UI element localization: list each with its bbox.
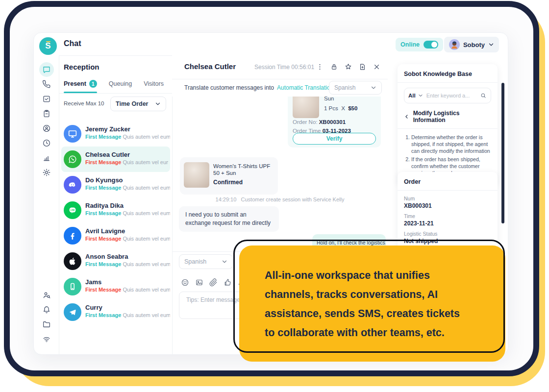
sobot-logo: S xyxy=(39,37,57,55)
chat-icon[interactable] xyxy=(39,62,54,77)
agent-icon[interactable] xyxy=(39,121,54,136)
app-header: S Chat Online Soboty xyxy=(34,33,508,55)
receive-max-label: Receive Max 10 xyxy=(64,100,104,106)
contact-preview: Quis autem vel eum iu... xyxy=(123,134,170,140)
facebook-icon xyxy=(64,227,81,245)
composer-language-select[interactable]: Spanish xyxy=(179,254,233,269)
article-step: Determine whether the order is shipped, … xyxy=(411,134,491,154)
first-message-tag: First Message xyxy=(85,159,121,165)
contact-row[interactable]: Avril Lavigne First Message Quis autem v… xyxy=(59,223,172,248)
chat-contact-name: Chelsea Cutler xyxy=(184,62,236,71)
system-time: 14:29:10 xyxy=(216,196,237,202)
article-steps: Determine whether the order is shipped, … xyxy=(404,134,491,176)
article-header[interactable]: Modify Logistics Information xyxy=(404,110,491,123)
product-thumbnail xyxy=(184,162,209,188)
panel-scrollbar[interactable] xyxy=(501,83,504,223)
tasks-icon[interactable] xyxy=(39,92,54,106)
contact-text: Jams First Message Quis autem vel eum iu… xyxy=(85,278,170,294)
rail-top-group xyxy=(39,62,54,180)
thumbs-up-icon[interactable] xyxy=(224,278,232,287)
attachment-icon[interactable] xyxy=(209,278,218,287)
web-channel-icon xyxy=(64,125,81,143)
chevron-left-icon[interactable] xyxy=(404,114,410,120)
online-toggle[interactable] xyxy=(424,41,438,49)
contact-preview: Quis autem vel eum iu... xyxy=(123,236,170,242)
order-field-label: Time xyxy=(404,213,491,219)
clipboard-icon[interactable] xyxy=(39,106,54,121)
divider xyxy=(398,190,498,191)
order-message-card: Sun 1 Pcs X $50 Order No: XB000301 Order… xyxy=(288,90,381,147)
verify-button[interactable]: Verify xyxy=(293,133,376,145)
translate-language-select[interactable]: Spanish xyxy=(329,81,382,95)
image-icon[interactable] xyxy=(195,278,203,287)
chat-header-actions xyxy=(316,63,381,71)
more-options-icon[interactable] xyxy=(316,63,324,71)
contact-list: Jeremy Zucker First Message Quis autem v… xyxy=(59,121,172,325)
sort-order-select[interactable]: Time Order xyxy=(110,97,166,111)
avatar-person-icon xyxy=(449,39,460,50)
tab-present[interactable]: Present 1 xyxy=(64,80,97,88)
tab-queuing[interactable]: Queuing xyxy=(109,80,132,87)
tab-present-label: Present xyxy=(64,80,86,87)
article-title: Modify Logistics Information xyxy=(413,110,491,123)
contact-row[interactable]: LINE Raditya Dika First Message Quis aut… xyxy=(59,197,172,223)
product-price: $50 xyxy=(348,105,357,111)
search-icon[interactable] xyxy=(480,92,487,99)
knowledge-base-title: Sobot Knowledge Base xyxy=(404,71,491,77)
contact-row[interactable]: Jams First Message Quis autem vel eum iu… xyxy=(59,274,172,299)
network-icon[interactable] xyxy=(39,332,54,346)
system-text: Customer create session with Service Kel… xyxy=(241,196,345,202)
contact-row[interactable]: Curry First Message Quis autem vel eum i… xyxy=(59,299,172,325)
tab-visitors[interactable]: Visitors xyxy=(144,80,164,87)
translate-bar: Translate customer messages into Automat… xyxy=(172,79,388,97)
callout-text-line: to collaborate with other teams, etc. xyxy=(265,323,492,343)
chevron-down-icon xyxy=(418,93,423,98)
file-plus-icon[interactable] xyxy=(358,63,367,71)
svg-text:LINE: LINE xyxy=(71,209,75,211)
notifications-icon[interactable] xyxy=(39,302,54,317)
contact-name: Do Kyungso xyxy=(85,176,170,184)
star-icon[interactable] xyxy=(344,63,352,71)
online-label: Online xyxy=(400,41,420,48)
history-icon[interactable] xyxy=(39,136,54,150)
contact-row[interactable]: Do Kyungso First Message Quis autem vel … xyxy=(59,172,172,197)
telegram-icon xyxy=(64,303,81,321)
search-filter-value[interactable]: All xyxy=(408,93,416,98)
discord-icon xyxy=(64,176,81,194)
callout-text-line: All-in-one workspace that unifies xyxy=(265,266,492,285)
order-no-label: Order No: xyxy=(293,119,318,125)
contact-row[interactable]: Jeremy Zucker First Message Quis autem v… xyxy=(59,121,172,147)
session-time: Session Time 00:56:01 xyxy=(254,64,314,71)
contact-row[interactable]: Anson Seabra First Message Quis autem ve… xyxy=(59,248,172,274)
contact-name: Jams xyxy=(85,278,170,286)
contact-row-selected[interactable]: Chelsea Cutler First Message Quis autem … xyxy=(61,147,170,172)
user-search-icon[interactable] xyxy=(39,288,54,302)
folder-icon[interactable] xyxy=(39,317,54,332)
close-icon[interactable] xyxy=(373,63,381,71)
lock-icon[interactable] xyxy=(330,63,338,71)
user-menu[interactable]: Soboty xyxy=(444,37,499,52)
analytics-icon[interactable] xyxy=(39,150,54,165)
keyword-search-input[interactable] xyxy=(425,92,477,99)
translate-mode[interactable]: Automatic Translation xyxy=(277,84,333,91)
contact-name: Anson Seabra xyxy=(85,252,170,261)
apple-icon xyxy=(64,252,81,270)
chevron-down-icon xyxy=(371,85,376,91)
emoji-icon[interactable] xyxy=(181,278,189,287)
knowledge-search[interactable]: All xyxy=(404,88,491,103)
settings-icon[interactable] xyxy=(39,165,54,180)
contact-text: Chelsea Cutler First Message Quis autem … xyxy=(85,150,168,166)
first-message-tag: First Message xyxy=(85,312,121,318)
logo-letter: S xyxy=(45,41,50,51)
composer-language-value: Spanish xyxy=(184,258,206,265)
contact-text: Jeremy Zucker First Message Quis autem v… xyxy=(85,125,170,141)
phone-icon[interactable] xyxy=(39,77,54,92)
first-message-tag: First Message xyxy=(85,287,121,293)
mobile-channel-icon xyxy=(64,278,81,295)
callout-text-line: assistance, sends SMS, creates tickets xyxy=(265,304,492,323)
order-info-title: Order xyxy=(404,178,491,185)
first-message-tag: First Message xyxy=(85,261,121,267)
product-status: Confirmed xyxy=(213,179,243,186)
contact-preview: Quis autem vel eum iu... xyxy=(123,287,170,293)
contact-name: Raditya Dika xyxy=(85,201,170,210)
